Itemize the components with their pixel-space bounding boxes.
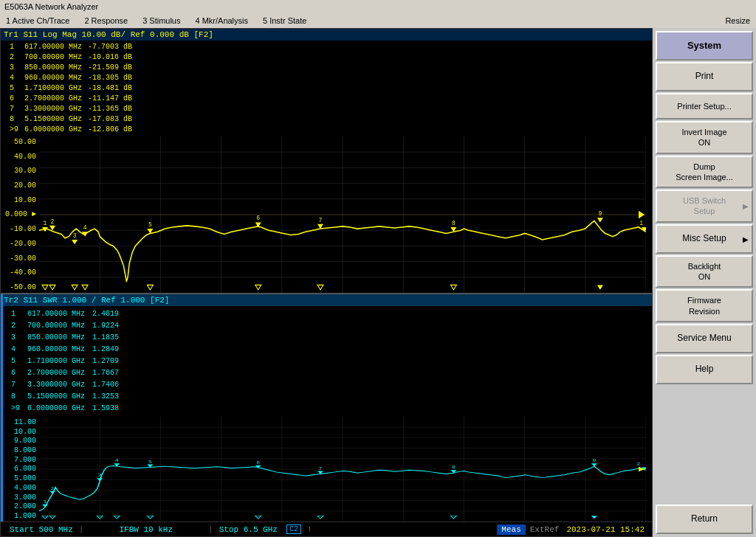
y2-4: 4.000 xyxy=(1,484,39,492)
y-10: 10.00 xyxy=(1,196,39,204)
tr1-marker-row: 85.1500000 GHz-17.083 dB xyxy=(7,114,135,125)
misc-setup-button[interactable]: Misc Setup ▶ xyxy=(656,224,753,254)
print-label: Print xyxy=(695,71,714,83)
svg-marker-49 xyxy=(639,211,645,219)
svg-marker-85 xyxy=(591,463,597,466)
status-start: Start 500 MHz xyxy=(4,525,79,534)
svg-marker-22 xyxy=(49,226,55,230)
tr2-marker-row: 62.7000000 GHz1.7667 xyxy=(8,368,122,378)
tr2-marker-row: 2700.00000 MHz1.9224 xyxy=(8,321,122,331)
main-area: Tr1 S11 Log Mag 10.00 dB/ Ref 0.000 dB [… xyxy=(0,28,756,537)
menu-bar: 1 Active Ch/Trace 2 Response 3 Stimulus … xyxy=(0,13,756,28)
y2-6: 6.000 xyxy=(1,465,39,473)
misc-setup-label: Misc Setup xyxy=(682,233,726,245)
firmware-revision-button[interactable]: Firmware Revision xyxy=(656,289,753,322)
backlight-button[interactable]: Backlight ON xyxy=(656,255,753,288)
svg-marker-44 xyxy=(147,285,153,289)
svg-marker-45 xyxy=(255,285,261,289)
printer-setup-label: Printer Setup... xyxy=(677,101,731,111)
dump-screen-button[interactable]: Dump Screen Image... xyxy=(656,156,753,189)
svg-marker-96 xyxy=(450,516,456,519)
svg-text:9: 9 xyxy=(592,459,596,463)
menu-instr-state[interactable]: 5 Instr State xyxy=(261,15,308,26)
menu-mkr-analysis[interactable]: 4 Mkr/Analysis xyxy=(193,15,250,26)
status-bar: Start 500 MHz | IFBW 10 kHz | Stop 6.5 G… xyxy=(1,522,652,536)
svg-marker-46 xyxy=(317,285,323,289)
y2-1: 1.000 xyxy=(1,512,39,520)
backlight-label: Backlight ON xyxy=(688,261,721,283)
meas-button[interactable]: Meas xyxy=(497,524,525,535)
svg-text:8: 8 xyxy=(452,465,456,470)
y2-7: 7.000 xyxy=(1,456,39,464)
service-menu-button[interactable]: Service Menu xyxy=(656,324,753,353)
svg-text:2: 2 xyxy=(636,462,640,467)
menu-resize[interactable]: Resize xyxy=(724,15,752,26)
help-label: Help xyxy=(695,364,714,375)
tr2-header: Tr2 S11 SWR 1.000 / Ref 1.000 [F2] xyxy=(1,294,652,306)
svg-marker-47 xyxy=(450,285,456,289)
svg-marker-36 xyxy=(597,218,603,222)
svg-marker-97 xyxy=(591,516,597,519)
svg-marker-40 xyxy=(42,285,48,289)
menu-active-ch[interactable]: 1 Active Ch/Trace xyxy=(4,15,71,26)
tr1-marker-row: 51.7100000 GHz-18.481 dB xyxy=(7,83,135,94)
y2-2: 2.000 xyxy=(1,502,39,510)
usb-switch-label: USB Switch Setup xyxy=(683,195,726,217)
svg-text:4: 4 xyxy=(83,224,87,231)
y-n20: -20.00 xyxy=(1,240,39,248)
status-stop: Stop 6.5 GHz xyxy=(213,525,284,534)
svg-text:5: 5 xyxy=(148,460,152,464)
title-bar: E5063A Network Analyzer xyxy=(0,0,756,13)
svg-marker-48 xyxy=(597,285,603,289)
firmware-revision-label: Firmware Revision xyxy=(687,295,721,316)
svg-text:1: 1 xyxy=(44,220,47,226)
svg-text:7: 7 xyxy=(319,216,323,223)
return-button[interactable]: Return xyxy=(656,505,753,534)
y-30: 30.00 xyxy=(1,167,39,175)
invert-image-button[interactable]: Invert Image ON xyxy=(656,121,753,154)
svg-marker-24 xyxy=(72,240,78,244)
tr2-marker-row: 3850.00000 MHz1.1835 xyxy=(8,333,122,343)
extref-button[interactable]: ExtRef xyxy=(527,524,563,535)
y-n10: -10.00 xyxy=(1,225,39,233)
svg-marker-89 xyxy=(42,516,48,519)
invert-image-label: Invert Image ON xyxy=(681,127,726,148)
system-button[interactable]: System xyxy=(656,31,753,60)
dump-screen-label: Dump Screen Image... xyxy=(676,162,733,183)
y2-10: 10.00 xyxy=(1,428,39,436)
y2-11: 11.00 xyxy=(1,418,39,426)
menu-stimulus[interactable]: 3 Stimulus xyxy=(141,15,182,26)
y-n30: -30.00 xyxy=(1,254,39,263)
datetime-display: 2023-07-21 15:42 xyxy=(562,525,649,534)
svg-marker-69 xyxy=(42,505,48,507)
system-label: System xyxy=(687,40,721,52)
bottom-panel: Tr2 S11 SWR 1.000 / Ref 1.000 [F2] 1617.… xyxy=(1,294,652,522)
tr1-marker-table: 1617.00000 MHz-7.7003 dB2700.00000 MHz-1… xyxy=(1,41,652,136)
print-button[interactable]: Print xyxy=(656,62,753,91)
y-40: 40.00 xyxy=(1,153,39,161)
y-n50: -50.00 xyxy=(1,283,39,291)
svg-text:6: 6 xyxy=(256,460,260,465)
tr1-header: Tr1 S11 Log Mag 10.00 dB/ Ref 0.000 dB [… xyxy=(1,29,652,41)
svg-marker-43 xyxy=(82,285,88,289)
menu-response[interactable]: 2 Response xyxy=(83,15,129,26)
title-text: E5063A Network Analyzer xyxy=(4,2,98,11)
svg-marker-93 xyxy=(147,516,153,519)
chart-area: Tr1 S11 Log Mag 10.00 dB/ Ref 0.000 dB [… xyxy=(0,28,653,537)
y-top1: 50.00 xyxy=(1,138,39,146)
tr1-marker-row: >96.0000000 GHz-12.806 dB xyxy=(7,125,135,135)
tr2-marker-row: 85.1500000 GHz1.3253 xyxy=(8,392,122,402)
tr1-marker-row: 62.7000000 GHz-11.147 dB xyxy=(7,94,135,104)
svg-text:8: 8 xyxy=(452,220,456,226)
tr1-marker-row: 73.3000000 GHz-11.365 dB xyxy=(7,104,135,114)
svg-text:9: 9 xyxy=(598,210,602,217)
y2-3: 3.000 xyxy=(1,493,39,502)
status-warning: ! xyxy=(301,525,318,534)
status-ifbw: IFBW 10 kHz xyxy=(113,525,179,534)
svg-marker-71 xyxy=(49,491,55,494)
usb-switch-button[interactable]: USB Switch Setup ▶ xyxy=(656,190,753,223)
y-0: 0.000 ► xyxy=(1,210,39,218)
printer-setup-button[interactable]: Printer Setup... xyxy=(656,93,753,119)
help-button[interactable]: Help xyxy=(656,355,753,384)
svg-marker-92 xyxy=(114,516,120,519)
